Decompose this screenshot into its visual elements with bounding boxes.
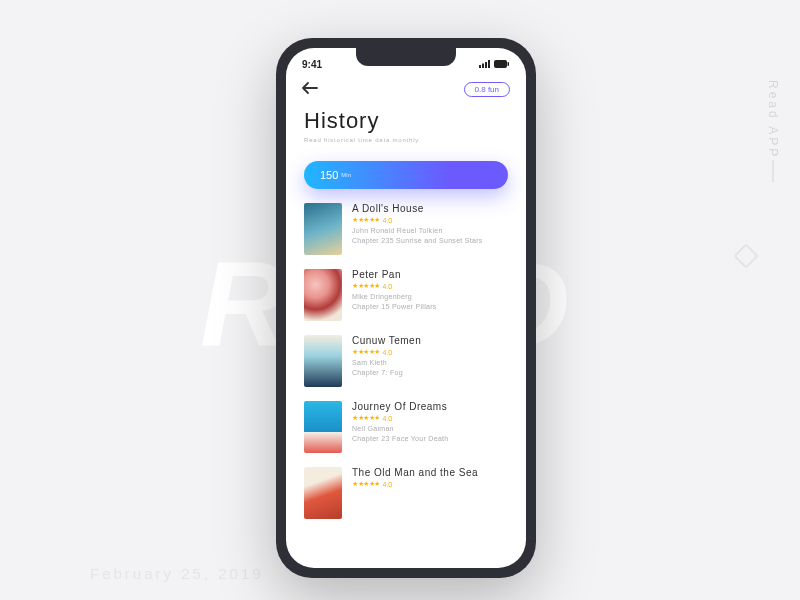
date-label: February 25, 2019 xyxy=(90,565,264,582)
page-title: History xyxy=(304,108,508,134)
book-author: John Ronald Reuel Tolkien xyxy=(352,227,508,234)
list-item[interactable]: Peter Pan ★★★★★ 4.0 Mike Dringenberg Cha… xyxy=(304,269,508,321)
star-icon: ★★★★★ xyxy=(352,414,380,422)
signal-icon xyxy=(479,59,491,70)
star-icon: ★★★★★ xyxy=(352,348,380,356)
book-rating: 4.0 xyxy=(383,481,393,488)
svg-rect-3 xyxy=(488,60,490,68)
title-block: History Read historical time data monthl… xyxy=(286,98,526,151)
book-author: Sam Kieth xyxy=(352,359,508,366)
star-icon: ★★★★★ xyxy=(352,282,380,290)
book-title: A Doll's House xyxy=(352,203,508,214)
side-app-label: Read APP xyxy=(766,80,780,159)
page-subtitle: Read historical time data monthly xyxy=(304,137,508,143)
star-icon: ★★★★★ xyxy=(352,216,380,224)
book-cover xyxy=(304,203,342,255)
phone-frame: 9:41 0.8 fun History Read historical tim… xyxy=(276,38,536,578)
header: 0.8 fun xyxy=(286,72,526,98)
book-rating: 4.0 xyxy=(383,283,393,290)
book-cover xyxy=(304,269,342,321)
list-item[interactable]: The Old Man and the Sea ★★★★★ 4.0 xyxy=(304,467,508,519)
svg-rect-0 xyxy=(479,65,481,68)
book-rating: 4.0 xyxy=(383,217,393,224)
phone-notch xyxy=(356,48,456,66)
reading-time-value: 150 xyxy=(320,169,338,181)
header-pill-button[interactable]: 0.8 fun xyxy=(464,82,510,97)
book-rating: 4.0 xyxy=(383,415,393,422)
book-rating: 4.0 xyxy=(383,349,393,356)
phone-screen: 9:41 0.8 fun History Read historical tim… xyxy=(286,48,526,568)
book-title: Cunuw Temen xyxy=(352,335,508,346)
book-chapter: Chapter 235 Sunrise and Sunset Stars xyxy=(352,237,508,244)
book-cover xyxy=(304,401,342,453)
status-time: 9:41 xyxy=(302,59,322,70)
book-list: A Doll's House ★★★★★ 4.0 John Ronald Reu… xyxy=(286,203,526,519)
book-author: Neil Gaiman xyxy=(352,425,508,432)
book-title: Journey Of Dreams xyxy=(352,401,508,412)
reading-time-unit: Min xyxy=(341,172,351,178)
svg-rect-2 xyxy=(485,62,487,68)
svg-rect-5 xyxy=(508,62,510,66)
book-title: The Old Man and the Sea xyxy=(352,467,508,478)
book-author: Mike Dringenberg xyxy=(352,293,508,300)
book-chapter: Chapter 7: Fog xyxy=(352,369,508,376)
book-chapter: Chapter 15 Power Pillars xyxy=(352,303,508,310)
list-item[interactable]: A Doll's House ★★★★★ 4.0 John Ronald Reu… xyxy=(304,203,508,255)
list-item[interactable]: Journey Of Dreams ★★★★★ 4.0 Neil Gaiman … xyxy=(304,401,508,453)
star-icon: ★★★★★ xyxy=(352,480,380,488)
book-chapter: Chapter 23 Face Your Death xyxy=(352,435,508,442)
svg-rect-1 xyxy=(482,63,484,68)
book-title: Peter Pan xyxy=(352,269,508,280)
list-item[interactable]: Cunuw Temen ★★★★★ 4.0 Sam Kieth Chapter … xyxy=(304,335,508,387)
back-button[interactable] xyxy=(302,80,318,98)
battery-icon xyxy=(494,59,510,70)
diamond-icon xyxy=(733,243,758,268)
reading-time-bar[interactable]: 150 Min xyxy=(304,161,508,189)
book-cover xyxy=(304,467,342,519)
side-decorative-line xyxy=(772,160,774,182)
book-cover xyxy=(304,335,342,387)
status-indicators xyxy=(479,59,510,70)
svg-rect-4 xyxy=(494,60,507,68)
